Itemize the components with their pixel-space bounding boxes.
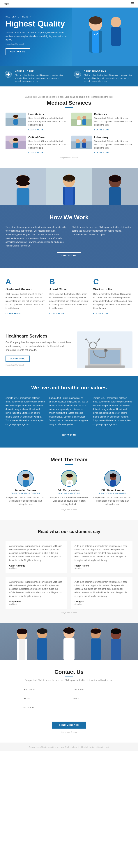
value-col-1: Sample text. Lorem ipsum dolor sit amet,… [5, 396, 46, 426]
svg-rect-37 [17, 188, 29, 205]
abc-desc-b: Click to select the text box. Click agai… [49, 292, 88, 310]
testimonial-text-4: Aute irure dolor in reprehenderit in vol… [75, 580, 129, 598]
healthcare-learn-more[interactable]: LEARN MORE [5, 355, 30, 362]
team-desc-2: Sample text. Click to select the text bo… [49, 496, 89, 506]
how-we-work-contact-button[interactable]: CONTACT US [57, 252, 81, 259]
medical-care-icon [5, 71, 12, 79]
svg-point-76 [110, 473, 116, 477]
abc-desc-a: Click to select the text box. Click agai… [5, 292, 45, 310]
svg-point-85 [37, 628, 48, 634]
feature-care-desc: Click to select the text box. Click agai… [84, 73, 134, 83]
svg-rect-90 [91, 639, 101, 660]
hospitalists-learn-more[interactable]: LEARN MORE [28, 129, 44, 131]
values-grid: Sample text. Lorem ipsum dolor sit amet,… [5, 396, 133, 426]
last-name-input[interactable] [70, 686, 117, 693]
laboratory-image [72, 135, 92, 149]
svg-rect-43 [65, 187, 73, 205]
svg-rect-84 [37, 638, 47, 660]
svg-rect-3 [92, 31, 99, 53]
header: logo ☰ [0, 0, 138, 7]
svg-rect-27 [13, 143, 18, 148]
testimonial-text-3: Aute irure dolor in reprehenderit in vol… [9, 580, 63, 598]
service-critical-care: Critical Care Sample text. Click to sele… [5, 135, 67, 154]
hero-section: MED CENTER HEALTH Highest Quality To lea… [0, 7, 138, 66]
team-photo-1 [17, 470, 34, 487]
laboratory-desc: Sample text. Click to select the text bo… [94, 140, 133, 150]
svg-rect-6 [111, 27, 121, 45]
footer-text: Sample text. Click to select the text bo… [29, 746, 109, 748]
how-we-work-left-text: To treatments are equipped with ultra sl… [5, 225, 66, 248]
contact-section: Contact Us Sample text. Click to select … [0, 660, 138, 743]
first-name-input[interactable] [21, 686, 68, 693]
svg-point-5 [111, 17, 121, 28]
critical-care-learn-more[interactable]: LEARN MORE [28, 152, 44, 154]
email-input[interactable] [21, 695, 68, 702]
team-section: Meet The Team Dr. Adam Jensen CHIEF OPER… [0, 447, 138, 520]
hero-contact-button[interactable]: CONTACT US [5, 49, 30, 55]
healthcare-image-credit: Image from ©Unsplash [5, 364, 74, 366]
feature-care-programs: CARE PROGRAMS Click to select the text b… [69, 66, 138, 87]
abc-learn-more-a[interactable]: LEARN MORE [5, 312, 21, 315]
contact-title: Contact Us [5, 669, 133, 675]
feature-medical-care: MEDICAL CARE Click to select the text bo… [0, 66, 69, 87]
abc-learn-more-c[interactable]: LEARN MORE [93, 312, 109, 315]
hospitalists-title: Hospitalists [28, 113, 67, 116]
svg-point-21 [82, 116, 86, 120]
menu-icon[interactable]: ☰ [131, 1, 134, 6]
svg-point-58 [105, 349, 107, 351]
laboratory-title: Laboratory [94, 135, 133, 139]
team-photo-3 [104, 470, 121, 487]
svg-rect-32 [76, 143, 80, 148]
services-title: Medical Services [5, 100, 133, 106]
abc-section: A Goals and Mission Click to select the … [0, 268, 138, 324]
values-section: We live and breathe our values Sample te… [0, 376, 138, 447]
svg-rect-9 [6, 74, 10, 75]
services-image-credit: Image from ©Unsplash [5, 157, 133, 159]
svg-point-70 [66, 474, 73, 477]
testimonials-title: Read what our customers say [5, 529, 133, 534]
svg-point-94 [111, 628, 121, 634]
testimonial-role-1: Architect [9, 567, 63, 569]
laboratory-learn-more[interactable]: LEARN MORE [94, 152, 110, 154]
send-message-button[interactable]: SEND MESSAGE [52, 721, 86, 728]
team-member-3: DR. Simon Larson RELATIONSHIP MANAGER Sa… [92, 470, 133, 506]
how-we-work-right-text: Click to select the text box. Click agai… [72, 225, 133, 248]
value-text-3: Sample text. Lorem ipsum dolor sit amet,… [92, 396, 133, 426]
phone-input[interactable] [70, 695, 117, 702]
svg-point-33 [82, 138, 86, 143]
healthcare-desc: Our Company has the experience and exper… [5, 340, 74, 352]
services-grid: Hospitalists Sample text. Click to selec… [5, 113, 133, 154]
team-name-1: Dr. Adam Jensen [5, 489, 46, 492]
hero-image-credit: Image from ©Unsplash [5, 43, 68, 45]
svg-point-88 [63, 627, 75, 634]
pediatrics-learn-more[interactable]: LEARN MORE [94, 129, 110, 131]
abc-desc-c: Click to select the text box. Click agai… [93, 292, 133, 310]
services-section-label: Sample text. Click to select the text bo… [5, 96, 133, 98]
value-col-3: Sample text. Lorem ipsum dolor sit amet,… [92, 396, 133, 426]
svg-point-60 [85, 338, 87, 340]
testimonial-role-2: Architect [75, 567, 129, 569]
svg-rect-34 [82, 143, 86, 148]
values-contact-button[interactable]: CONTACT US [57, 432, 81, 438]
how-we-work-title: How We Work [5, 214, 133, 221]
svg-point-66 [23, 474, 29, 478]
testimonial-role-3: Architect [9, 603, 63, 605]
team-name-3: DR. Simon Larson [92, 489, 133, 492]
svg-point-16 [13, 115, 18, 118]
team-image-credit: Image from Freepik [5, 508, 133, 510]
how-we-work-photo-banner [0, 168, 138, 205]
message-textarea[interactable] [21, 704, 117, 719]
hero-description: To learn more about our clinical program… [5, 31, 68, 41]
pediatrics-title: Pediatrics [94, 113, 133, 116]
team-name-2: DR. Marty Hudson [49, 489, 89, 492]
abc-letter-c: C [93, 277, 133, 286]
how-we-work-section: How We Work To treatments are equipped w… [0, 205, 138, 268]
svg-point-39 [16, 181, 30, 186]
values-title: We live and breathe our values [5, 385, 133, 391]
testimonial-author-2: Frank Rivera [75, 564, 129, 567]
value-text-1: Sample text. Lorem ipsum dolor sit amet,… [5, 396, 46, 426]
svg-point-11 [77, 74, 78, 75]
svg-point-51 [109, 175, 121, 182]
healthcare-content: Healthcare Services Our Company has the … [5, 334, 74, 366]
abc-learn-more-b[interactable]: LEARN MORE [49, 312, 65, 315]
